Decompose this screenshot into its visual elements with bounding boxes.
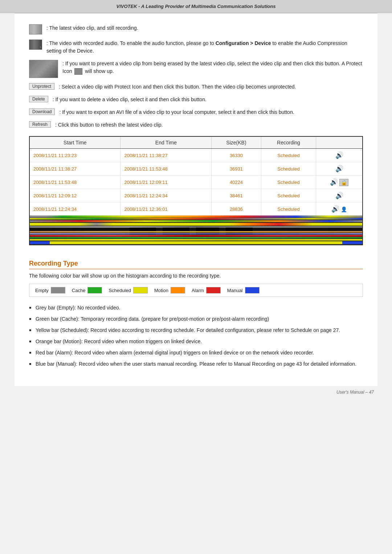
delete-text: : If you want to delete a video clip, se…	[53, 96, 207, 103]
content-area: : The latest video clip, and still recor…	[15, 13, 377, 386]
list-item: Red bar (Alarm): Record video when alarm…	[29, 349, 363, 357]
cell-end-time: 2008/11/21 12:09:11	[121, 176, 212, 189]
legend-color-box	[133, 287, 148, 294]
delete-row: Delete : If you want to delete a video c…	[29, 96, 363, 103]
cell-recording: Scheduled	[261, 189, 316, 202]
cell-size: 38461	[212, 189, 261, 202]
legend-label: Empty	[35, 288, 49, 293]
col-icons	[316, 137, 362, 149]
table-row[interactable]: 2008/11/21 12:09:122008/11/21 12:24:3438…	[30, 189, 362, 202]
cell-start-time: 2008/11/21 12:24:34	[30, 202, 121, 216]
cell-recording: Scheduled	[261, 202, 316, 216]
cell-end-time: 2008/11/21 12:36:01	[121, 202, 212, 216]
legend-item: Empty	[35, 287, 65, 294]
list-item: Grey bar (Empty): No recorded video.	[29, 304, 363, 312]
cell-recording: Scheduled	[261, 149, 316, 162]
cell-end-time: 2008/11/21 11:38:27	[121, 149, 212, 162]
audio-video-icon: ♪	[29, 40, 42, 50]
cell-size: 40224	[212, 176, 261, 189]
list-item: Green bar (Cache): Temporary recording d…	[29, 315, 363, 323]
col-end-time: End Time	[121, 137, 212, 149]
list-item: Yellow bar (Scheduled): Record video acc…	[29, 327, 363, 334]
cell-start-time: 2008/11/21 11:53:48	[30, 176, 121, 189]
legend-color-box	[51, 287, 65, 294]
video-bar-visualization	[30, 216, 362, 245]
protect-icon	[29, 60, 58, 78]
legend-item: Manual	[227, 287, 260, 294]
legend-item: Motion	[154, 287, 185, 294]
protect-text: : If you want to prevent a video clip fr…	[62, 60, 363, 75]
legend-item: Alarm	[192, 287, 221, 294]
latest-video-icon	[29, 24, 42, 34]
recording-type-title: Recording Type	[29, 260, 363, 269]
refresh-text: : Click this button to refresh the lates…	[55, 121, 163, 129]
footer-text: User's Manual – 47	[336, 390, 374, 395]
legend-color-box	[171, 287, 185, 294]
page-header: VIVOTEK - A Leading Provider of Multimed…	[0, 0, 392, 13]
cell-size: 36330	[212, 149, 261, 162]
legend-label: Scheduled	[109, 288, 131, 293]
cell-icons: 🔊 👤	[316, 202, 362, 216]
latest-video-row: : The latest video clip, and still recor…	[29, 24, 363, 34]
cell-icons: 🔊	[316, 189, 362, 202]
download-button[interactable]: Download	[29, 108, 55, 115]
audio-video-row: ♪ : The video with recorded audio. To en…	[29, 40, 363, 55]
recording-type-description: The following color bar will show up on …	[29, 273, 363, 279]
legend-label: Alarm	[192, 288, 204, 293]
bullet-list: Grey bar (Empty): No recorded video.Gree…	[29, 304, 363, 368]
recordings-table: Start Time End Time Size(KB) Recording 2…	[30, 137, 362, 216]
table-header-row: Start Time End Time Size(KB) Recording	[30, 137, 362, 149]
refresh-button[interactable]: Refresh	[29, 121, 51, 128]
page-footer: User's Manual – 47	[0, 386, 392, 398]
unprotect-row: Unprotect : Select a video clip with Pro…	[29, 83, 363, 91]
legend-color-box	[206, 287, 221, 294]
cell-size: 28836	[212, 202, 261, 216]
cell-size: 36931	[212, 162, 261, 176]
color-legend: EmptyCacheScheduledMotionAlarmManual	[29, 284, 363, 297]
protect-row: : If you want to prevent a video clip fr…	[29, 60, 363, 78]
unprotect-button[interactable]: Unprotect	[29, 83, 54, 90]
cell-end-time: 2008/11/21 11:53:48	[121, 162, 212, 176]
legend-label: Motion	[154, 288, 168, 293]
legend-color-box	[245, 287, 260, 294]
list-item: Blue bar (Manual): Record video when the…	[29, 360, 363, 368]
cell-icons: 🔊	[316, 162, 362, 176]
cell-start-time: 2008/11/21 11:23:23	[30, 149, 121, 162]
table-row[interactable]: 2008/11/21 11:23:232008/11/21 11:38:2736…	[30, 149, 362, 162]
col-start-time: Start Time	[30, 137, 121, 149]
audio-video-text: : The video with recorded audio. To enab…	[46, 40, 363, 55]
cell-end-time: 2008/11/21 12:24:34	[121, 189, 212, 202]
person-icon: 👤	[341, 206, 347, 212]
audio-icon: 🔊	[330, 178, 338, 186]
recording-type-section: Recording Type The following color bar w…	[29, 260, 363, 368]
cell-start-time: 2008/11/21 11:38:27	[30, 162, 121, 176]
table-row[interactable]: 2008/11/21 11:53:482008/11/21 12:09:1140…	[30, 176, 362, 189]
audio-icon: 🔊	[335, 152, 343, 159]
cell-recording: Scheduled	[261, 162, 316, 176]
legend-item: Cache	[72, 287, 102, 294]
download-text: : If you want to export an AVI file of a…	[59, 108, 294, 116]
col-size: Size(KB)	[212, 137, 261, 149]
col-recording: Recording	[261, 137, 316, 149]
legend-label: Manual	[227, 288, 243, 293]
page-wrapper: VIVOTEK - A Leading Provider of Multimed…	[0, 0, 392, 554]
delete-button[interactable]: Delete	[29, 96, 48, 102]
legend-label: Cache	[72, 288, 86, 293]
legend-color-box	[87, 287, 102, 294]
cell-icons: 🔊	[316, 149, 362, 162]
audio-icon: 🔊	[331, 205, 339, 213]
list-item: Orange bar (Motion): Record video when m…	[29, 338, 363, 345]
audio-icon: 🔊	[335, 192, 343, 199]
legend-item: Scheduled	[109, 287, 147, 294]
latest-video-text: : The latest video clip, and still recor…	[46, 24, 138, 32]
refresh-row: Refresh : Click this button to refresh t…	[29, 121, 363, 129]
recordings-table-container: Start Time End Time Size(KB) Recording 2…	[29, 136, 363, 245]
unprotect-text: : Select a video clip with Protect Icon …	[59, 83, 296, 91]
table-row[interactable]: 2008/11/21 12:24:342008/11/21 12:36:0128…	[30, 202, 362, 216]
header-title: VIVOTEK - A Leading Provider of Multimed…	[117, 4, 276, 9]
download-row: Download : If you want to export an AVI …	[29, 108, 363, 116]
cell-recording: Scheduled	[261, 176, 316, 189]
cell-icons: 🔊 🔒	[316, 176, 362, 189]
table-row[interactable]: 2008/11/21 11:38:272008/11/21 11:53:4836…	[30, 162, 362, 176]
lock-icon: 🔒	[339, 179, 348, 186]
